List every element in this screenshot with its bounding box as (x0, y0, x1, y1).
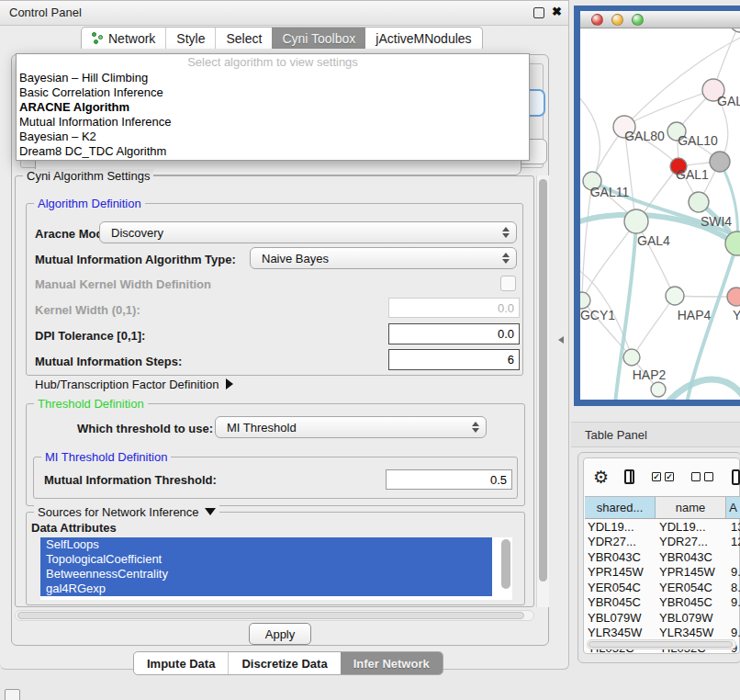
table-cell[interactable]: 12 (726, 535, 740, 548)
dropdown-item-bayesian-k2[interactable]: Bayesian – K2 (17, 130, 529, 144)
gear-icon[interactable]: ⚙ (593, 469, 609, 486)
table-cell[interactable]: YDL19... (656, 520, 726, 534)
list-item-topologicalcoefficient[interactable]: TopologicalCoefficient (40, 552, 492, 567)
scrollbar-thumb[interactable] (539, 179, 547, 581)
select-all-columns-icon[interactable]: ✓✓ (652, 472, 674, 481)
table-row[interactable]: YLR345WYLR345W9. (585, 626, 740, 641)
table-row[interactable]: YDL19...YDL19...13 (585, 519, 740, 535)
dropdown-item-mutual-information[interactable]: Mutual Information Inference (17, 115, 529, 130)
table-cell[interactable]: YER054C (585, 581, 656, 594)
columns-icon[interactable] (624, 469, 634, 484)
table-cell[interactable]: YLR345W (656, 626, 726, 639)
column-header-shared-name[interactable]: shared... (585, 497, 656, 518)
scrollbar-thumb[interactable] (17, 612, 524, 619)
kernel-width-field[interactable] (388, 298, 520, 318)
aracne-mode-combo[interactable]: Discovery (99, 221, 517, 243)
manual-kernel-checkbox[interactable] (500, 276, 516, 291)
table-cell[interactable]: YPR145W (585, 565, 656, 579)
table-row[interactable]: YER054CYER054C8. (585, 580, 740, 595)
column-header-name[interactable]: name (656, 497, 726, 518)
dropdown-item-dream8[interactable]: Dream8 DC_TDC Algorithm (17, 144, 529, 159)
network-edge[interactable] (626, 90, 713, 125)
tab-infer-network[interactable]: Infer Network (341, 652, 443, 674)
split-pane-collapse-handle[interactable] (558, 336, 564, 344)
table-cell[interactable]: YBR045C (656, 595, 726, 609)
table-cell[interactable]: YBL079W (585, 611, 656, 625)
network-node[interactable] (666, 287, 684, 305)
tab-select[interactable]: Select (215, 28, 272, 49)
which-threshold-combo[interactable]: MI Threshold (215, 416, 487, 438)
network-node[interactable] (689, 192, 709, 212)
deselect-all-columns-icon[interactable] (691, 472, 713, 481)
table-cell[interactable]: YPR145W (656, 565, 726, 579)
list-item-gal4rgexp[interactable]: gal4RGexp (40, 581, 492, 596)
network-canvas[interactable]: GALGAL80GAL10GAL1GAL11SWI4GAL4GCY1HAP4YH… (580, 28, 740, 400)
settings-horizontal-scrollbar[interactable] (15, 610, 534, 621)
control-panel-titlebar[interactable]: Control Panel ✖ (0, 1, 568, 26)
sources-group-title[interactable]: Sources for Network Inference (34, 505, 219, 519)
tab-network[interactable]: Network (82, 28, 165, 49)
list-scrollbar-thumb[interactable] (501, 539, 510, 589)
table-row[interactable]: YDR27...YDR27...12 (585, 535, 740, 550)
settings-vertical-scrollbar[interactable] (536, 175, 549, 607)
network-edge[interactable] (624, 38, 740, 127)
tab-cyni-toolbox[interactable]: Cyni Toolbox (272, 28, 365, 49)
network-node[interactable] (580, 292, 590, 309)
table-cell[interactable]: YBR045C (585, 595, 656, 609)
table-cell[interactable]: YBL079W (656, 611, 726, 625)
mi-threshold-field[interactable] (386, 469, 512, 490)
network-view-window[interactable]: GALGAL80GAL10GAL1GAL11SWI4GAL4GCY1HAP4YH… (574, 6, 740, 406)
scrollbar-thumb[interactable] (589, 641, 733, 648)
table-cell[interactable]: YLR345W (585, 626, 656, 639)
network-node[interactable] (623, 349, 640, 366)
table-cell[interactable]: YDR27... (656, 535, 726, 548)
network-node[interactable] (651, 382, 666, 397)
table-row[interactable]: YBR045CYBR045C9. (585, 595, 740, 611)
tab-impute-data[interactable]: Impute Data (134, 652, 228, 674)
float-window-icon[interactable] (533, 7, 544, 18)
table-row[interactable]: YPR145WYPR145W9. (585, 565, 740, 581)
network-node[interactable] (710, 152, 730, 172)
close-window-icon[interactable]: ✖ (552, 5, 562, 18)
dropdown-item-basic-correlation[interactable]: Basic Correlation Inference (17, 85, 529, 100)
close-traffic-light[interactable] (591, 14, 603, 26)
table-cell[interactable]: 9. (726, 565, 740, 579)
table-cell[interactable]: 9. (726, 595, 740, 609)
network-edge[interactable] (584, 221, 636, 298)
mi-type-combo[interactable]: Naive Bayes (250, 247, 517, 269)
network-node[interactable] (725, 231, 740, 255)
table-cell[interactable]: YBR043C (585, 550, 656, 564)
table-cell[interactable]: 13 (726, 520, 740, 534)
table-row[interactable]: YBL079WYBL079W (585, 610, 740, 626)
dropdown-item-aracne[interactable]: ARACNE Algorithm (17, 100, 529, 115)
list-item-betweennesscentrality[interactable]: BetweennessCentrality (40, 567, 492, 581)
network-node[interactable] (727, 288, 740, 306)
tab-discretize-data[interactable]: Discretize Data (228, 652, 340, 674)
network-node[interactable] (624, 209, 648, 233)
dropdown-item-bayesian-hill-climbing[interactable]: Bayesian – Hill Climbing (17, 71, 529, 85)
table-cell[interactable]: YDL19... (585, 520, 656, 534)
dpi-tolerance-field[interactable] (388, 323, 520, 344)
list-item-selfloops[interactable]: SelfLoops (40, 537, 492, 552)
corner-grip[interactable] (5, 689, 20, 700)
network-window-titlebar[interactable] (580, 11, 740, 28)
table-cell[interactable]: 8. (726, 581, 740, 594)
column-header-partial[interactable]: A (726, 497, 740, 518)
tab-jactivemnodules[interactable]: jActiveMNodules (365, 28, 481, 49)
table-horizontal-scrollbar[interactable] (587, 639, 736, 649)
network-edge-highlighted[interactable] (667, 379, 740, 400)
table-cell[interactable]: YDR27... (585, 535, 656, 548)
mi-steps-field[interactable] (388, 349, 520, 370)
table-cell[interactable]: 9. (726, 626, 740, 639)
table-cell[interactable]: YER054C (656, 581, 726, 594)
apply-button[interactable]: Apply (249, 623, 311, 645)
zoom-traffic-light[interactable] (632, 14, 644, 26)
table-cell[interactable]: YBR043C (656, 550, 726, 564)
table-row[interactable]: YBR043CYBR043C (585, 549, 740, 565)
minimize-traffic-light[interactable] (611, 14, 623, 26)
network-edge[interactable] (580, 93, 600, 181)
page-icon[interactable] (732, 469, 740, 485)
tab-style[interactable]: Style (165, 28, 215, 49)
hub-definition-expander[interactable]: Hub/Transcription Factor Definition (35, 378, 233, 391)
network-edge[interactable] (633, 296, 675, 356)
